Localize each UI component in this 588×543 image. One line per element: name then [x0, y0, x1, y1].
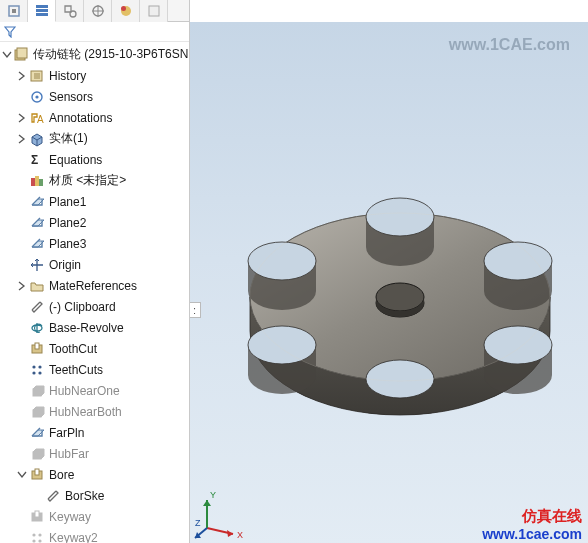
tree-item[interactable]: 材质 <未指定> — [0, 170, 189, 191]
tree-item[interactable]: HubFar — [0, 443, 189, 464]
tree-item[interactable]: BorSke — [0, 485, 189, 506]
sketch-icon — [45, 488, 61, 504]
svg-point-43 — [484, 242, 552, 280]
tree-item[interactable]: Plane1 — [0, 191, 189, 212]
orientation-triad[interactable]: X Y Z — [193, 486, 249, 542]
tree-item[interactable]: Origin — [0, 254, 189, 275]
tree-item[interactable]: FarPln — [0, 422, 189, 443]
svg-rect-1 — [12, 9, 16, 13]
revolve-icon — [29, 320, 45, 336]
tree-item[interactable]: Plane3 — [0, 233, 189, 254]
svg-point-41 — [250, 213, 550, 381]
tab-dimxpert[interactable] — [84, 0, 112, 22]
plane-icon — [29, 425, 45, 441]
ruler-tag: : — [190, 302, 201, 318]
svg-rect-29 — [33, 389, 41, 396]
tree-item-label: Equations — [49, 153, 102, 167]
watermark-center: 1CAE.COM — [299, 269, 479, 301]
feature-manager-panel: 传动链轮 (2915-10-3P6T6SN3 HistorySensorsAAn… — [0, 22, 190, 543]
tree-item-label: TeethCuts — [49, 363, 103, 377]
tree-item[interactable]: (-) Clipboard — [0, 296, 189, 317]
svg-point-48 — [376, 289, 424, 317]
svg-point-5 — [70, 11, 76, 17]
annot-icon: A — [29, 110, 45, 126]
tree-item-label: BorSke — [65, 489, 104, 503]
tree-item-label: Bore — [49, 468, 74, 482]
tree-item-label: ToothCut — [49, 342, 97, 356]
tree-item[interactable]: ToothCut — [0, 338, 189, 359]
twisty-closed-icon[interactable] — [16, 133, 28, 145]
tree-item-label: FarPln — [49, 426, 84, 440]
svg-rect-21 — [39, 179, 43, 186]
tab-feature-tree[interactable] — [28, 0, 56, 22]
tree-item[interactable]: Sensors — [0, 86, 189, 107]
tree-item-label: Plane2 — [49, 216, 86, 230]
tree-item[interactable]: MateReferences — [0, 275, 189, 296]
svg-point-26 — [38, 365, 41, 368]
twisty-open-icon[interactable] — [2, 49, 12, 61]
svg-rect-3 — [36, 9, 48, 12]
tree-item-label: Keyway2 — [49, 531, 98, 544]
tab-appearance[interactable] — [140, 0, 168, 22]
svg-rect-13 — [17, 48, 27, 58]
tree-item-label: Annotations — [49, 111, 112, 125]
tree-item-label: Plane3 — [49, 237, 86, 251]
filter-icon — [4, 26, 16, 38]
feature-tree: 传动链轮 (2915-10-3P6T6SN3 HistorySensorsAAn… — [0, 42, 189, 543]
tree-item[interactable]: Plane2 — [0, 212, 189, 233]
extrude-icon — [29, 446, 45, 462]
svg-text:Σ: Σ — [31, 153, 38, 167]
tab-display[interactable] — [112, 0, 140, 22]
part-icon — [13, 47, 29, 63]
tree-item-label: Origin — [49, 258, 81, 272]
brand-cn: 仿真在线 — [482, 507, 582, 526]
tree-item-label: 材质 <未指定> — [49, 172, 126, 189]
tree-item[interactable]: Keyway — [0, 506, 189, 527]
tree-root[interactable]: 传动链轮 (2915-10-3P6T6SN3 — [0, 44, 189, 65]
twisty-closed-icon[interactable] — [16, 112, 28, 124]
svg-text:A: A — [37, 114, 44, 125]
twisty-closed-icon[interactable] — [16, 70, 28, 82]
sensor-icon — [29, 89, 45, 105]
svg-point-25 — [32, 365, 35, 368]
svg-point-44 — [484, 326, 552, 364]
tree-item[interactable]: 实体(1) — [0, 128, 189, 149]
tab-property[interactable] — [56, 0, 84, 22]
tree-item-label: Plane1 — [49, 195, 86, 209]
tree-item[interactable]: AAnnotations — [0, 107, 189, 128]
sketch-icon — [29, 299, 45, 315]
filter-bar[interactable] — [0, 22, 189, 42]
twisty-closed-icon[interactable] — [16, 280, 28, 292]
tree-item[interactable]: ΣEquations — [0, 149, 189, 170]
tree-item[interactable]: History — [0, 65, 189, 86]
manager-tabs — [0, 0, 190, 22]
equation-icon: Σ — [29, 152, 45, 168]
tree-item[interactable]: HubNearOne — [0, 380, 189, 401]
graphics-viewport[interactable]: www.1CAE.com 1CAE.COM — [190, 22, 588, 543]
tree-item[interactable]: Keyway2 — [0, 527, 189, 543]
folder-icon — [29, 278, 45, 294]
tree-item-label: Sensors — [49, 90, 93, 104]
tree-item-label: 实体(1) — [49, 130, 88, 147]
svg-text:Y: Y — [210, 490, 216, 500]
svg-point-40 — [250, 247, 550, 415]
tree-item[interactable]: HubNearBoth — [0, 401, 189, 422]
origin-icon — [29, 257, 45, 273]
tab-config[interactable] — [0, 0, 28, 22]
svg-point-47 — [248, 242, 316, 280]
svg-marker-55 — [203, 500, 211, 506]
tree-item-label: Keyway — [49, 510, 91, 524]
tree-item[interactable]: Base-Revolve — [0, 317, 189, 338]
tree-item[interactable]: TeethCuts — [0, 359, 189, 380]
svg-text:Z: Z — [195, 518, 201, 528]
svg-rect-4 — [36, 13, 48, 16]
cut-icon — [29, 467, 45, 483]
svg-point-27 — [32, 371, 35, 374]
svg-point-42 — [366, 198, 434, 236]
pattern-icon — [29, 362, 45, 378]
tree-item-label: HubFar — [49, 447, 89, 461]
svg-rect-31 — [33, 452, 41, 459]
twisty-open-icon[interactable] — [16, 469, 28, 481]
svg-rect-30 — [33, 410, 41, 417]
tree-item[interactable]: Bore — [0, 464, 189, 485]
